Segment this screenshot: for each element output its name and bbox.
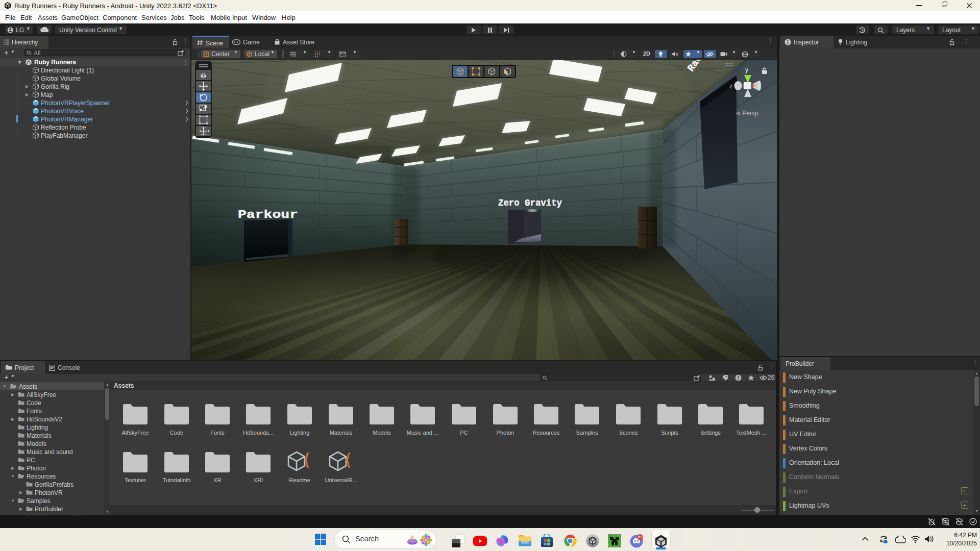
svg-text:Reflection Probe: Reflection Probe — [41, 124, 86, 131]
svg-text:Zero Gravity: Zero Gravity — [498, 197, 562, 209]
svg-text:PhotonVRPlayerSpawner: PhotonVRPlayerSpawner — [41, 99, 110, 107]
svg-text:PhotonVRVoice: PhotonVRVoice — [41, 108, 84, 115]
svg-text:z: z — [729, 83, 732, 90]
svg-text:PlayFabManager: PlayFabManager — [41, 132, 87, 139]
svg-text:Gorilla Rig: Gorilla Rig — [41, 83, 69, 90]
svg-text:9+: 9+ — [638, 535, 643, 539]
svg-text:Map: Map — [41, 91, 53, 98]
svg-text:PhotonVRManager: PhotonVRManager — [41, 116, 93, 123]
svg-text:Global Volume: Global Volume — [41, 75, 81, 82]
svg-text:y: y — [745, 66, 748, 73]
svg-text:⋖ Persp: ⋖ Persp — [736, 110, 758, 117]
svg-text:Directional Light (1): Directional Light (1) — [41, 67, 94, 74]
svg-text:Parkour: Parkour — [238, 209, 298, 221]
